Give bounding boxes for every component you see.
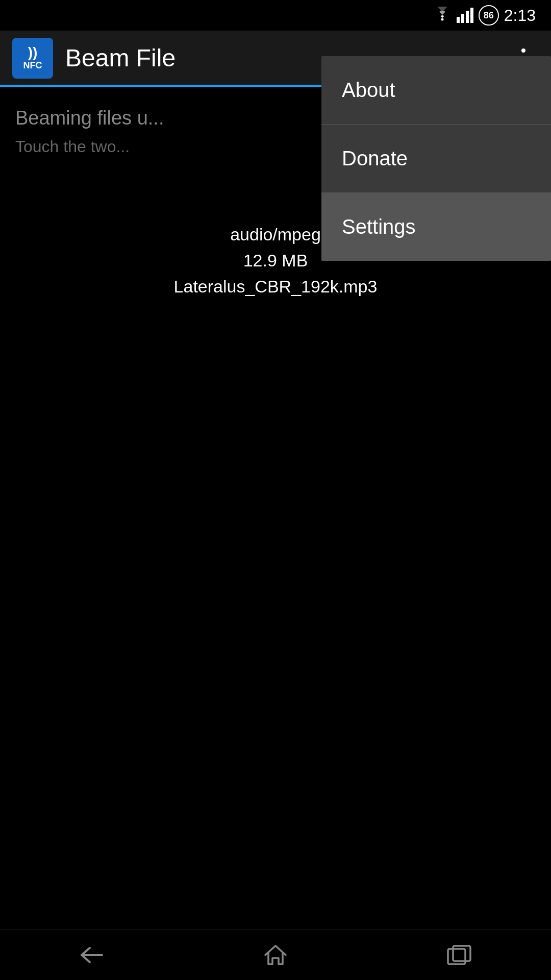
beaming-subtitle: Touch the two... — [15, 137, 306, 156]
beaming-title: Beaming files u... — [15, 107, 306, 129]
recent-apps-button[interactable] — [429, 935, 490, 975]
status-time: 2:13 — [504, 6, 536, 25]
menu-item-donate[interactable]: Donate — [321, 125, 551, 193]
main-content: Beaming files u... Touch the two... — [0, 87, 321, 177]
menu-item-about[interactable]: About — [321, 56, 551, 125]
status-icons: 86 2:13 — [433, 5, 536, 26]
app-icon: )) NFC — [12, 38, 53, 79]
dropdown-menu: About Donate Settings — [321, 56, 551, 261]
file-name: Lateralus_CBR_192k.mp3 — [10, 277, 541, 297]
back-button[interactable] — [61, 935, 122, 975]
nfc-symbol: )) — [23, 45, 42, 61]
menu-item-settings[interactable]: Settings — [321, 193, 551, 261]
wifi-icon — [433, 7, 452, 24]
nfc-label: NFC — [23, 61, 42, 71]
status-bar: 86 2:13 — [0, 0, 551, 31]
svg-point-0 — [441, 18, 443, 20]
battery-indicator: 86 — [479, 5, 499, 26]
signal-icon — [457, 8, 473, 23]
home-button[interactable] — [245, 935, 306, 975]
overflow-dot-1 — [521, 48, 525, 53]
bottom-nav — [0, 929, 551, 980]
